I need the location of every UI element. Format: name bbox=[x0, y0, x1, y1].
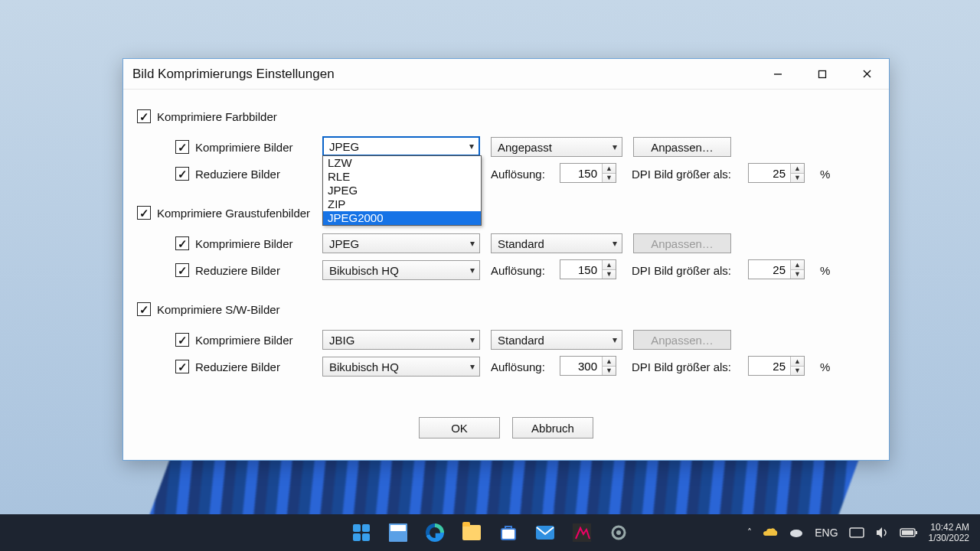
bw-compress-checkbox[interactable]: Komprimiere Bilder bbox=[175, 333, 293, 347]
language-indicator[interactable]: ENG bbox=[815, 527, 838, 539]
color-resolution-input[interactable]: 150 ▲▼ bbox=[560, 163, 616, 183]
color-codec-select[interactable]: JPEG ▾ bbox=[322, 136, 480, 156]
start-button[interactable] bbox=[346, 517, 377, 548]
compress-color-header-checkbox[interactable]: Komprimiere Farbbilder bbox=[137, 109, 277, 123]
compress-gray-header-label: Komprimiere Graustufenbilder bbox=[157, 207, 310, 220]
gray-dpi-input[interactable]: 25 ▲▼ bbox=[748, 259, 805, 279]
bw-dpi-input[interactable]: 25 ▲▼ bbox=[748, 356, 805, 376]
svg-rect-14 bbox=[902, 530, 913, 535]
minimize-button[interactable] bbox=[756, 59, 800, 89]
window-title: Bild Komprimierungs Einstellungen bbox=[132, 67, 756, 82]
spin-down-icon[interactable]: ▼ bbox=[791, 174, 804, 183]
tray-chevron-icon[interactable]: ˄ bbox=[747, 527, 752, 538]
color-quality-value: Angepasst bbox=[498, 141, 552, 154]
color-quality-select[interactable]: Angepasst ▾ bbox=[491, 137, 622, 157]
titlebar: Bild Komprimierungs Einstellungen bbox=[123, 59, 889, 90]
store-icon[interactable] bbox=[493, 517, 524, 548]
gray-reduce-checkbox[interactable]: Reduziere Bilder bbox=[175, 263, 280, 277]
chevron-down-icon: ▾ bbox=[469, 141, 474, 152]
gray-compress-checkbox[interactable]: Komprimiere Bilder bbox=[175, 236, 293, 250]
compress-bw-header-checkbox[interactable]: Komprimiere S/W-Bilder bbox=[137, 302, 280, 316]
settings-icon[interactable] bbox=[603, 517, 634, 548]
svg-point-10 bbox=[790, 530, 802, 537]
app-icon[interactable] bbox=[567, 517, 597, 548]
dropdown-option[interactable]: LZW bbox=[323, 156, 481, 170]
spin-up-icon[interactable]: ▲ bbox=[791, 164, 804, 174]
bw-customize-button: Anpassen… bbox=[633, 330, 731, 350]
chevron-down-icon: ▾ bbox=[612, 238, 617, 249]
svg-point-9 bbox=[616, 530, 621, 535]
gray-resolution-input[interactable]: 150 ▲▼ bbox=[560, 259, 616, 279]
svg-rect-11 bbox=[850, 528, 864, 537]
color-reduce-checkbox[interactable]: Reduziere Bilder bbox=[175, 167, 280, 181]
dropdown-option[interactable]: RLE bbox=[323, 170, 481, 184]
color-codec-dropdown[interactable]: LZWRLEJPEGZIPJPEG2000 bbox=[322, 155, 482, 226]
gray-method-select[interactable]: Bikubisch HQ ▾ bbox=[322, 260, 480, 280]
svg-rect-4 bbox=[501, 529, 515, 540]
color-dpi-label: DPI Bild größer als: bbox=[632, 168, 731, 181]
bw-resolution-input[interactable]: 300 ▲▼ bbox=[560, 356, 616, 376]
onedrive-icon[interactable] bbox=[763, 527, 778, 538]
gray-customize-button: Anpassen… bbox=[633, 233, 731, 253]
color-percent-label: % bbox=[820, 168, 830, 181]
color-reduce-label: Reduziere Bilder bbox=[195, 168, 280, 181]
mail-icon[interactable] bbox=[530, 517, 560, 548]
chevron-down-icon: ▾ bbox=[470, 238, 475, 249]
compress-color-header-label: Komprimiere Farbbilder bbox=[157, 110, 277, 123]
color-customize-button[interactable]: Anpassen… bbox=[633, 137, 731, 157]
color-compress-checkbox[interactable]: Komprimiere Bilder bbox=[175, 140, 293, 154]
weather-icon[interactable] bbox=[789, 527, 804, 538]
chevron-down-icon: ▾ bbox=[612, 334, 617, 345]
chevron-down-icon: ▾ bbox=[470, 334, 475, 345]
chevron-down-icon: ▾ bbox=[612, 142, 617, 152]
color-codec-value: JPEG bbox=[329, 140, 359, 153]
gray-codec-select[interactable]: JPEG ▾ bbox=[322, 233, 480, 253]
svg-rect-1 bbox=[819, 70, 826, 77]
bw-codec-select[interactable]: JBIG ▾ bbox=[322, 330, 480, 350]
dropdown-option[interactable]: JPEG2000 bbox=[323, 211, 481, 225]
svg-rect-13 bbox=[916, 531, 917, 534]
close-button[interactable] bbox=[844, 59, 889, 89]
volume-icon[interactable] bbox=[875, 527, 889, 539]
taskbar: ˄ ENG 10:42 AM 1/30/2022 bbox=[0, 514, 980, 551]
image-compression-settings-dialog: Bild Komprimierungs Einstellungen Kompri… bbox=[122, 58, 890, 461]
file-explorer-icon[interactable] bbox=[456, 517, 487, 548]
edge-icon[interactable] bbox=[420, 517, 450, 548]
compress-gray-header-checkbox[interactable]: Komprimiere Graustufenbilder bbox=[137, 206, 310, 220]
bw-quality-select[interactable]: Standard ▾ bbox=[491, 330, 622, 350]
chevron-down-icon: ▾ bbox=[470, 265, 475, 276]
color-dpi-input[interactable]: 25 ▲▼ bbox=[748, 163, 805, 183]
dropdown-option[interactable]: ZIP bbox=[323, 197, 481, 211]
dropdown-option[interactable]: JPEG bbox=[323, 184, 481, 197]
color-resolution-label: Auflösung: bbox=[491, 168, 545, 181]
color-compress-label: Komprimiere Bilder bbox=[195, 141, 293, 154]
gray-quality-select[interactable]: Standard ▾ bbox=[491, 233, 622, 253]
keyboard-icon[interactable] bbox=[849, 527, 864, 538]
maximize-button[interactable] bbox=[800, 59, 844, 89]
spin-up-icon[interactable]: ▲ bbox=[603, 164, 616, 174]
ok-button[interactable]: OK bbox=[419, 417, 500, 439]
svg-rect-6 bbox=[536, 526, 554, 540]
task-view-icon[interactable] bbox=[383, 517, 413, 548]
bw-method-select[interactable]: Bikubisch HQ ▾ bbox=[322, 357, 480, 377]
chevron-down-icon: ▾ bbox=[470, 361, 475, 372]
clock[interactable]: 10:42 AM 1/30/2022 bbox=[929, 522, 969, 543]
spin-down-icon[interactable]: ▼ bbox=[603, 174, 616, 183]
cancel-button[interactable]: Abbruch bbox=[512, 417, 593, 439]
bw-reduce-checkbox[interactable]: Reduziere Bilder bbox=[175, 360, 280, 373]
battery-icon[interactable] bbox=[900, 528, 918, 537]
